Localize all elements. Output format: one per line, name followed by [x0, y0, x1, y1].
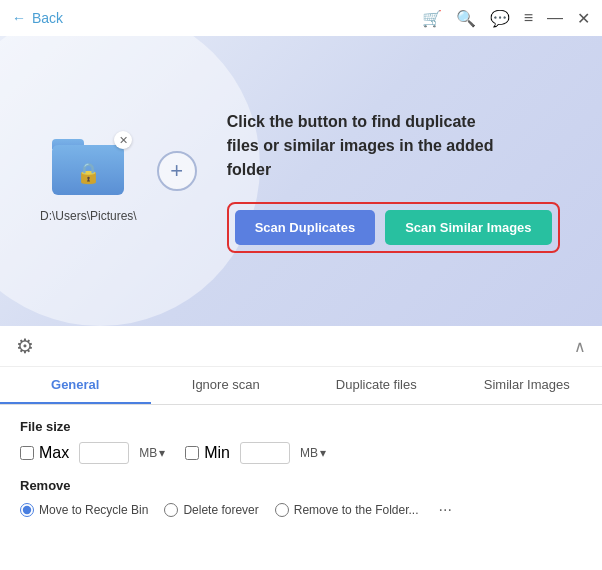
folder-card: ✕ 🔒 [52, 139, 124, 195]
folder-icon: 🔒 [52, 139, 124, 195]
tab-ignore-scan[interactable]: Ignore scan [151, 367, 302, 404]
file-size-section: File size Max MB ▾ Min MB ▾ [20, 419, 582, 464]
gear-icon[interactable]: ⚙ [16, 334, 34, 358]
delete-forever-option[interactable]: Delete forever [164, 503, 258, 517]
max-unit[interactable]: MB ▾ [139, 446, 165, 460]
move-to-recycle-bin-radio[interactable] [20, 503, 34, 517]
remove-label: Remove [20, 478, 582, 493]
remove-section: Remove Move to Recycle Bin Delete foreve… [20, 478, 582, 519]
folder-body: 🔒 [52, 145, 124, 195]
remove-to-folder-radio[interactable] [275, 503, 289, 517]
min-unit[interactable]: MB ▾ [300, 446, 326, 460]
remove-radio-group: Move to Recycle Bin Delete forever Remov… [20, 501, 582, 519]
back-arrow-icon: ← [12, 10, 26, 26]
hero-section: ✕ 🔒 D:\Users\Pictures\ + Click the butto… [0, 36, 602, 326]
back-label: Back [32, 10, 63, 26]
max-checkbox-wrap: Max [20, 444, 69, 462]
title-bar-icons: 🛒 🔍 💬 ≡ — ✕ [422, 9, 590, 28]
delete-forever-radio[interactable] [164, 503, 178, 517]
lock-icon: 🔒 [76, 161, 101, 185]
move-to-recycle-bin-label: Move to Recycle Bin [39, 503, 148, 517]
search-icon[interactable]: 🔍 [456, 9, 476, 28]
file-size-label: File size [20, 419, 582, 434]
max-label: Max [39, 444, 69, 462]
collapse-icon[interactable]: ∧ [574, 337, 586, 356]
instruction-text: Click the button to find duplicate files… [227, 110, 497, 182]
hero-right: Click the button to find duplicate files… [197, 110, 562, 253]
tab-duplicate-files[interactable]: Duplicate files [301, 367, 452, 404]
title-bar: ← Back 🛒 🔍 💬 ≡ — ✕ [0, 0, 602, 36]
folder-close-button[interactable]: ✕ [114, 131, 132, 149]
min-label: Min [204, 444, 230, 462]
folder-area: ✕ 🔒 D:\Users\Pictures\ [40, 139, 137, 223]
scan-buttons-group: Scan Duplicates Scan Similar Images [227, 202, 560, 253]
add-folder-button[interactable]: + [157, 151, 197, 191]
more-options-button[interactable]: ··· [439, 501, 452, 519]
settings-content: File size Max MB ▾ Min MB ▾ Remove [0, 405, 602, 533]
max-size-input[interactable] [79, 442, 129, 464]
move-to-recycle-bin-option[interactable]: Move to Recycle Bin [20, 503, 148, 517]
remove-to-folder-label: Remove to the Folder... [294, 503, 419, 517]
file-size-row: Max MB ▾ Min MB ▾ [20, 442, 582, 464]
minimize-icon[interactable]: — [547, 9, 563, 27]
menu-icon[interactable]: ≡ [524, 9, 533, 27]
max-checkbox[interactable] [20, 446, 34, 460]
min-checkbox[interactable] [185, 446, 199, 460]
max-unit-dropdown-icon: ▾ [159, 446, 165, 460]
min-size-input[interactable] [240, 442, 290, 464]
min-checkbox-wrap: Min [185, 444, 230, 462]
settings-tabs: General Ignore scan Duplicate files Simi… [0, 367, 602, 405]
tab-similar-images[interactable]: Similar Images [452, 367, 603, 404]
close-icon[interactable]: ✕ [577, 9, 590, 28]
back-button[interactable]: ← Back [12, 10, 63, 26]
cart-icon[interactable]: 🛒 [422, 9, 442, 28]
scan-duplicates-button[interactable]: Scan Duplicates [235, 210, 375, 245]
scan-similar-images-button[interactable]: Scan Similar Images [385, 210, 551, 245]
remove-to-folder-option[interactable]: Remove to the Folder... [275, 503, 419, 517]
tab-general[interactable]: General [0, 367, 151, 404]
chat-icon[interactable]: 💬 [490, 9, 510, 28]
settings-bar: ⚙ ∧ [0, 326, 602, 367]
delete-forever-label: Delete forever [183, 503, 258, 517]
min-unit-dropdown-icon: ▾ [320, 446, 326, 460]
folder-path-label: D:\Users\Pictures\ [40, 209, 137, 223]
folder-add-row: ✕ 🔒 D:\Users\Pictures\ + [40, 139, 197, 223]
